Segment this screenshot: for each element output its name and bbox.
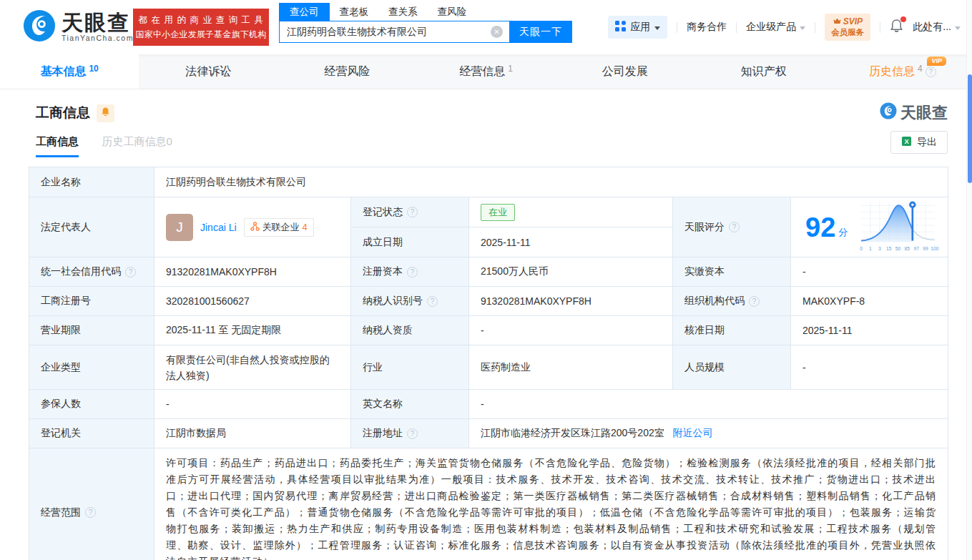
chevron-down-icon — [955, 26, 961, 30]
help-icon[interactable] — [407, 267, 418, 277]
company-tab-bar: 基本信息 10 法律诉讼 经营风险 经营信息 1 公司发展 知识产权 VIP 历… — [0, 54, 972, 89]
table-row: 统一社会信用代码 91320281MAK0XYPF8H 注册资本 21500万人… — [29, 257, 948, 287]
tab-label: 经营风险 — [324, 64, 370, 79]
reg-address-text: 江阴市临港经济开发区珠江路200号202室 — [481, 427, 664, 438]
notification-bell-icon — [890, 23, 903, 35]
org-code-value: MAK0XYPF-8 — [791, 287, 948, 316]
industry-label: 行业 — [351, 345, 469, 390]
tab-legal-litigation[interactable]: 法律诉讼 — [139, 54, 278, 89]
nav-divider — [677, 22, 677, 33]
apps-menu[interactable]: 应用 — [608, 16, 667, 39]
tab-history-info[interactable]: VIP 历史信息 4 — [833, 54, 972, 89]
svip-member-badge[interactable]: SVIP 会员服务 — [825, 14, 870, 41]
nav-divider — [880, 22, 880, 33]
legal-rep-link[interactable]: Jincai Li — [200, 222, 237, 233]
approval-date-value: 2025-11-11 — [791, 316, 948, 345]
clear-icon[interactable]: ✕ — [491, 26, 503, 38]
svip-title: SVIP — [843, 16, 863, 26]
tab-company-development[interactable]: 公司发展 — [556, 54, 694, 89]
tianyancha-logo[interactable]: 天眼查 TianYanCha.com — [23, 9, 134, 45]
table-row: 法定代表人 J Jincai Li — [29, 197, 948, 227]
svg-text:100: 100 — [931, 246, 939, 251]
search-tab-risk[interactable]: 查风险 — [428, 3, 477, 21]
search-tab-relation[interactable]: 查关系 — [378, 3, 428, 21]
search-tabs: 查公司 查老板 查关系 查风险 — [279, 3, 572, 21]
scrollbar-thumb[interactable] — [968, 74, 972, 183]
svip-subtitle: 会员服务 — [831, 27, 864, 38]
notification-bell[interactable] — [890, 19, 903, 36]
svg-text:3: 3 — [878, 246, 881, 251]
svg-text:1: 1 — [869, 246, 872, 251]
reg-status-label: 登记状态 — [351, 197, 469, 227]
tab-basic-info[interactable]: 基本信息 10 — [0, 54, 139, 89]
avatar[interactable]: J — [166, 214, 193, 241]
org-code-label: 组织机构代码 — [673, 287, 791, 316]
reg-address-label: 注册地址 — [351, 419, 469, 448]
tianyancha-company-page: 天眼查 TianYanCha.com 都在用的商业查询工具 国家中小企业发展子基… — [0, 0, 972, 560]
tab-label: 知识产权 — [741, 64, 787, 79]
score-label: 天眼评分 — [673, 197, 791, 257]
top-header: 天眼查 TianYanCha.com 都在用的商业查询工具 国家中小企业发展子基… — [0, 0, 972, 54]
nav-divider — [815, 22, 815, 33]
tab-intellectual-property[interactable]: 知识产权 — [694, 54, 833, 89]
related-companies-badge[interactable]: 关联企业 4 — [244, 218, 314, 237]
search-input[interactable] — [279, 21, 509, 43]
help-icon[interactable] — [125, 267, 136, 277]
legal-rep-cell: J Jincai Li 关联企业 4 — [154, 197, 351, 257]
subtab-business-info[interactable]: 工商信息 — [36, 135, 79, 157]
table-row: 登记机关 江阴市数据局 注册地址 江阴市临港经济开发区珠江路200号202室 附… — [29, 419, 948, 448]
nav-cooperation[interactable]: 商务合作 — [687, 21, 727, 34]
user-menu-label: 此处有... — [913, 21, 951, 34]
nav-divider — [736, 22, 737, 33]
tab-label: 公司发展 — [602, 64, 648, 79]
help-icon[interactable] — [926, 67, 936, 77]
user-menu[interactable]: 此处有... — [913, 21, 961, 34]
taxpayer-id-value: 91320281MAK0XYPF8H — [469, 287, 673, 316]
table-row: 经营范围 许可项目：药品生产；药品进出口；药品委托生产；海关监管货物仓储服务（不… — [29, 448, 948, 560]
staff-size-value: - — [791, 345, 948, 390]
paid-capital-value: - — [791, 257, 948, 287]
help-icon[interactable] — [407, 207, 418, 217]
tab-label: 法律诉讼 — [185, 64, 231, 79]
watermark-logo-icon — [880, 102, 897, 124]
vip-badge: VIP — [927, 57, 946, 66]
business-term-value: 2025-11-11 至 无固定期限 — [154, 316, 351, 345]
search-tab-boss[interactable]: 查老板 — [330, 3, 379, 21]
top-nav: 应用 商务合作 企业级产品 SVIP 会员服务 — [608, 14, 961, 40]
help-icon[interactable] — [749, 296, 760, 307]
related-companies-icon — [250, 222, 260, 233]
export-label: 导出 — [917, 136, 937, 149]
tab-label: 经营信息 — [459, 64, 505, 79]
export-button[interactable]: X 导出 — [890, 131, 948, 154]
alert-bell-icon — [101, 107, 110, 119]
nearby-companies-link[interactable]: 附近公司 — [673, 427, 713, 438]
credit-code-value: 91320281MAK0XYPF8H — [154, 257, 351, 287]
score-distribution-chart: 0 1 3 15 50 85 97 99 100 — [856, 199, 941, 255]
brand-slogan-badge: 都在用的商业查询工具 国家中小企业发展子基金旗下机构 — [133, 9, 269, 46]
company-name-label: 企业名称 — [29, 167, 154, 197]
excel-icon: X — [901, 136, 912, 149]
nav-enterprise[interactable]: 企业级产品 — [746, 21, 805, 34]
chevron-down-icon — [654, 26, 660, 30]
paid-capital-label: 实缴资本 — [673, 257, 791, 287]
svg-text:0: 0 — [860, 246, 863, 251]
svg-text:50: 50 — [895, 246, 901, 251]
tab-operation-risk[interactable]: 经营风险 — [278, 54, 416, 89]
subtab-bar: 工商信息 历史工商信息0 X 导出 — [36, 135, 972, 157]
help-icon[interactable] — [729, 222, 740, 232]
score-value: 92 — [805, 214, 835, 241]
notification-dot — [900, 16, 906, 22]
search-tab-company[interactable]: 查公司 — [279, 3, 330, 21]
help-icon[interactable] — [407, 428, 418, 439]
page-scrollbar[interactable] — [966, 0, 972, 560]
approval-date-label: 核准日期 — [673, 316, 791, 345]
section-title: 工商信息 — [36, 104, 90, 122]
tab-count: 4 — [918, 64, 923, 74]
subtab-history-business-info[interactable]: 历史工商信息0 — [102, 135, 172, 149]
tab-operation-info[interactable]: 经营信息 1 — [416, 54, 555, 89]
subscribe-alert-button[interactable] — [97, 104, 114, 122]
help-icon[interactable] — [427, 296, 438, 307]
taxpayer-id-label: 纳税人识别号 — [351, 287, 469, 316]
help-icon[interactable] — [85, 507, 96, 518]
search-button[interactable]: 天眼一下 — [509, 21, 572, 43]
